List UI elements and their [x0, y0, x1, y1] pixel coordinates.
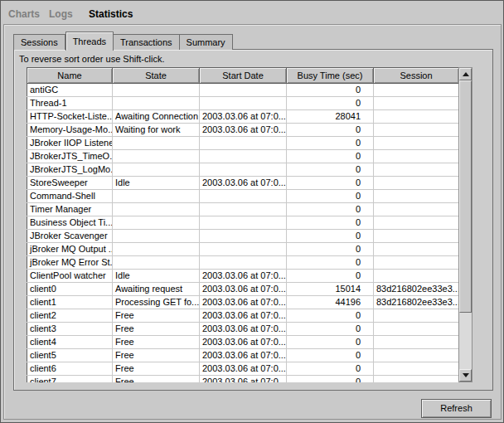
table-cell	[113, 256, 200, 270]
table-cell	[374, 84, 459, 97]
table-row[interactable]: client5Free2003.03.06 at 07:0...0	[27, 349, 459, 362]
tab-transactions[interactable]: Transactions	[114, 34, 180, 50]
table-cell	[200, 190, 287, 203]
table-cell	[113, 203, 200, 216]
table-cell: 44196	[287, 296, 374, 309]
table-cell: JBrokerJTS_TimeO...	[27, 150, 113, 163]
table-cell: 28041	[287, 110, 374, 124]
table-row[interactable]: HTTP-Socket-Liste...Awaiting Connection2…	[27, 110, 459, 124]
table-cell: client0	[27, 283, 113, 296]
table-cell: 2003.03.06 at 07:0...	[200, 323, 287, 336]
column-header[interactable]: Busy Time (sec)	[287, 68, 374, 84]
table-cell: Thread-1	[27, 97, 113, 110]
table-row[interactable]: JBroker Scavenger0	[27, 230, 459, 243]
table-cell: client5	[27, 349, 113, 362]
table-row[interactable]: client3Free2003.03.06 at 07:0...0	[27, 323, 459, 336]
table-row[interactable]: client1Processing GET fo...2003.03.06 at…	[27, 296, 459, 309]
threads-panel: To reverse sort order use Shift-click. N…	[13, 49, 493, 391]
table-row[interactable]: Thread-10	[27, 97, 459, 110]
table-cell	[200, 243, 287, 256]
refresh-button[interactable]: Refresh	[421, 399, 492, 418]
tab-threads[interactable]: Threads	[65, 32, 114, 51]
table-cell: 2003.03.06 at 07:0...	[200, 270, 287, 283]
scroll-down-button[interactable]	[459, 369, 472, 382]
table-cell: 0	[287, 150, 374, 163]
tab-sessions[interactable]: Sessions	[13, 34, 65, 50]
table-cell: 0	[287, 256, 374, 270]
table-cell: Awaiting request	[113, 283, 200, 296]
table-cell: 0	[287, 336, 374, 349]
table-cell: Free	[113, 323, 200, 336]
table-row[interactable]: antiGC0	[27, 84, 459, 97]
table-row[interactable]: jBroker MQ Error St...0	[27, 256, 459, 270]
table-row[interactable]: client4Free2003.03.06 at 07:0...0	[27, 336, 459, 349]
table-cell: 0	[287, 243, 374, 256]
table-cell	[374, 270, 459, 283]
table-row[interactable]: Memory-Usage-Mo...Waiting for work2003.0…	[27, 124, 459, 137]
table-cell: 2003.03.06 at 07:0...	[200, 296, 287, 309]
table-cell: 2003.03.06 at 07:0...	[200, 283, 287, 296]
table-row[interactable]: JBrokerJTS_TimeO...0	[27, 150, 459, 163]
table-cell: Waiting for work	[113, 124, 200, 137]
table-cell: 0	[287, 177, 374, 190]
thread-table-body: antiGC0Thread-10HTTP-Socket-Liste...Awai…	[27, 84, 459, 383]
table-cell: Memory-Usage-Mo...	[27, 124, 113, 137]
table-cell	[374, 349, 459, 362]
table-cell	[374, 243, 459, 256]
table-row[interactable]: client7Free2003.03.06 at 07:0...0	[27, 376, 459, 383]
table-row[interactable]: JBrokerJTS_LogMo...0	[27, 163, 459, 177]
table-cell: 2003.03.06 at 07:0...	[200, 376, 287, 383]
thread-table-head-row: NameStateStart DateBusy Time (sec)Sessio…	[27, 68, 459, 84]
table-cell	[374, 376, 459, 383]
table-cell: Free	[113, 336, 200, 349]
table-cell: StoreSweeper	[27, 177, 113, 190]
table-row[interactable]: Timer Manager0	[27, 203, 459, 216]
table-cell: Awaiting Connection	[113, 110, 200, 124]
table-row[interactable]: Business Object Ti...0	[27, 216, 459, 230]
table-cell	[200, 137, 287, 150]
column-header[interactable]: Name	[27, 68, 113, 84]
table-row[interactable]: JBroker IIOP Listener0	[27, 137, 459, 150]
table-cell: 83d216802ee33e3...	[374, 283, 459, 296]
column-header[interactable]: Start Date	[200, 68, 287, 84]
tab-logs[interactable]: Logs	[49, 8, 73, 20]
table-cell: client7	[27, 376, 113, 383]
scroll-up-button[interactable]	[459, 68, 472, 80]
table-cell	[374, 230, 459, 243]
tab-statistics[interactable]: Statistics	[89, 8, 133, 20]
table-cell	[200, 230, 287, 243]
tab-charts[interactable]: Charts	[8, 8, 40, 20]
tab-summary[interactable]: Summary	[180, 34, 233, 50]
sort-hint-text: To reverse sort order use Shift-click.	[19, 54, 164, 64]
table-cell: 0	[287, 163, 374, 177]
table-row[interactable]: ClientPool watcherIdle2003.03.06 at 07:0…	[27, 270, 459, 283]
table-cell: JBrokerJTS_LogMo...	[27, 163, 113, 177]
table-row[interactable]: client6Free2003.03.06 at 07:0...0	[27, 362, 459, 376]
column-header[interactable]: Session	[374, 68, 459, 84]
table-row[interactable]: Command-Shell0	[27, 190, 459, 203]
table-cell: Free	[113, 309, 200, 323]
table-cell	[374, 190, 459, 203]
statistics-window: Charts Logs Statistics Sessions Threads …	[0, 0, 504, 423]
table-cell	[200, 256, 287, 270]
table-row[interactable]: client2Free2003.03.06 at 07:0...0	[27, 309, 459, 323]
table-cell	[374, 137, 459, 150]
table-cell: Idle	[113, 177, 200, 190]
table-row[interactable]: StoreSweeperIdle2003.03.06 at 07:0...0	[27, 177, 459, 190]
table-row[interactable]: jBroker MQ Output ...0	[27, 243, 459, 256]
scrollbar-thumb[interactable]	[459, 80, 472, 313]
vertical-scrollbar[interactable]	[458, 67, 472, 382]
table-cell	[374, 110, 459, 124]
table-cell	[113, 150, 200, 163]
table-cell: jBroker MQ Output ...	[27, 243, 113, 256]
table-cell: 0	[287, 270, 374, 283]
table-row[interactable]: client0Awaiting request2003.03.06 at 07:…	[27, 283, 459, 296]
table-cell: Idle	[113, 270, 200, 283]
table-cell: 83d216802ee33e3...	[374, 296, 459, 309]
table-cell: Free	[113, 349, 200, 362]
table-cell	[374, 362, 459, 376]
table-cell: Free	[113, 376, 200, 383]
table-cell: ClientPool watcher	[27, 270, 113, 283]
table-cell: client1	[27, 296, 113, 309]
column-header[interactable]: State	[113, 68, 200, 84]
